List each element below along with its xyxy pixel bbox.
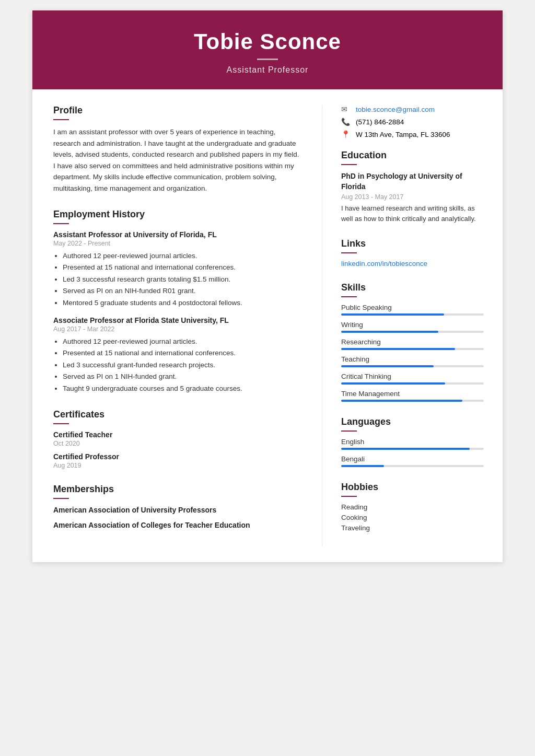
cert-name-1: Certified Professor [53, 452, 303, 461]
skill-bar-fill-4 [341, 382, 445, 385]
candidate-title: Assistant Professor [53, 65, 482, 75]
skill-name-5: Time Management [341, 390, 484, 398]
memberships-title: Memberships [53, 484, 303, 495]
employment-underline [53, 223, 69, 224]
education-title: Education [341, 150, 484, 161]
employment-section: Employment History Assistant Professor a… [53, 209, 303, 394]
skill-bar-fill-5 [341, 400, 462, 402]
cert-date-0: Oct 2020 [53, 440, 303, 447]
contact-address: 📍 W 13th Ave, Tampa, FL 33606 [341, 130, 484, 138]
education-underline [341, 164, 357, 165]
lang-bar-bg-1 [341, 465, 484, 467]
profile-text: I am an assistant professor with over 5 … [53, 126, 303, 194]
contact-phone: 📞 (571) 846-2884 [341, 118, 484, 126]
skill-bar-fill-2 [341, 348, 455, 350]
cert-item-0: Certified Teacher Oct 2020 [53, 431, 303, 447]
skills-underline [341, 296, 357, 297]
skill-item-1: Writing [341, 321, 484, 333]
skill-bar-fill-3 [341, 365, 434, 367]
links-underline [341, 252, 357, 253]
skill-name-3: Teaching [341, 355, 484, 363]
skill-name-4: Critical Thinking [341, 373, 484, 380]
language-name-1: Bengali [341, 455, 484, 463]
bullet: Mentored 5 graduate students and 4 postd… [63, 297, 303, 309]
hobby-item-2: Traveling [341, 524, 484, 532]
language-item-0: English [341, 438, 484, 450]
hobbies-list: ReadingCookingTraveling [341, 503, 484, 532]
education-date: Aug 2013 - May 2017 [341, 193, 484, 201]
cert-item-1: Certified Professor Aug 2019 [53, 452, 303, 469]
hobbies-title: Hobbies [341, 482, 484, 493]
skill-bar-bg-0 [341, 313, 484, 316]
job-bullets-0: Authored 12 peer-reviewed journal articl… [53, 250, 303, 309]
languages-title: Languages [341, 416, 484, 427]
memberships-section: Memberships American Association of Univ… [53, 484, 303, 531]
profile-title: Profile [53, 105, 303, 116]
links-section: Links linkedin.com/in/tobiesconce [341, 238, 484, 267]
skill-name-2: Researching [341, 338, 484, 346]
bullet: Led 3 successful research grants totalin… [63, 274, 303, 285]
skill-bar-bg-3 [341, 365, 484, 367]
profile-section: Profile I am an assistant professor with… [53, 105, 303, 194]
lang-bar-fill-0 [341, 448, 470, 450]
phone-icon: 📞 [341, 118, 352, 126]
job-item-1: Associate Professor at Florida State Uni… [53, 316, 303, 394]
lang-bar-bg-0 [341, 448, 484, 450]
job-bullets-1: Authored 12 peer-reviewed journal articl… [53, 336, 303, 394]
bullet: Authored 12 peer-reviewed journal articl… [63, 336, 303, 347]
skill-name-0: Public Speaking [341, 304, 484, 311]
education-desc: I have learned research and writing skil… [341, 203, 484, 224]
contact-section: ✉ tobie.sconce@gmail.com 📞 (571) 846-288… [341, 105, 484, 138]
linkedin-link[interactable]: linkedin.com/in/tobiesconce [341, 260, 484, 267]
links-title: Links [341, 238, 484, 249]
skill-name-1: Writing [341, 321, 484, 329]
skill-bar-bg-1 [341, 331, 484, 333]
language-name-0: English [341, 438, 484, 446]
skills-title: Skills [341, 282, 484, 293]
skill-item-2: Researching [341, 338, 484, 350]
skill-item-3: Teaching [341, 355, 484, 367]
education-degree: PhD in Psychology at University of Flori… [341, 171, 484, 192]
languages-section: Languages English Bengali [341, 416, 484, 467]
memberships-underline [53, 498, 69, 499]
bullet: Served as PI on 1 NIH-funded grant. [63, 371, 303, 382]
certificates-title: Certificates [53, 409, 303, 420]
profile-underline [53, 119, 69, 120]
phone-text: (571) 846-2884 [356, 118, 404, 126]
certificates-underline [53, 423, 69, 424]
job-date-0: May 2022 - Present [53, 240, 303, 247]
contact-email: ✉ tobie.sconce@gmail.com [341, 105, 484, 113]
header-divider [257, 59, 278, 60]
certificates-section: Certificates Certified Teacher Oct 2020 … [53, 409, 303, 469]
bullet: Taught 9 undergraduate courses and 5 gra… [63, 383, 303, 394]
address-text: W 13th Ave, Tampa, FL 33606 [356, 131, 450, 138]
hobby-item-1: Cooking [341, 514, 484, 521]
cert-date-1: Aug 2019 [53, 462, 303, 469]
skills-list: Public Speaking Writing Researching Teac… [341, 304, 484, 402]
email-link[interactable]: tobie.sconce@gmail.com [356, 106, 435, 113]
job-item-0: Assistant Professor at University of Flo… [53, 230, 303, 309]
candidate-name: Tobie Sconce [53, 29, 482, 54]
languages-underline [341, 431, 357, 432]
employment-title: Employment History [53, 209, 303, 220]
education-section: Education PhD in Psychology at Universit… [341, 150, 484, 224]
skill-bar-bg-4 [341, 382, 484, 385]
skill-bar-bg-5 [341, 400, 484, 402]
left-column: Profile I am an assistant professor with… [32, 105, 322, 546]
job-date-1: Aug 2017 - Mar 2022 [53, 325, 303, 333]
languages-list: English Bengali [341, 438, 484, 467]
resume-body: Profile I am an assistant professor with… [32, 89, 503, 562]
bullet: Presented at 15 national and internation… [63, 262, 303, 273]
skill-bar-bg-2 [341, 348, 484, 350]
location-icon: 📍 [341, 130, 352, 138]
bullet: Led 3 successful grant-funded research p… [63, 359, 303, 371]
skill-item-4: Critical Thinking [341, 373, 484, 385]
email-icon: ✉ [341, 105, 352, 113]
skill-bar-fill-0 [341, 313, 444, 316]
language-item-1: Bengali [341, 455, 484, 467]
bullet: Presented at 15 national and internation… [63, 347, 303, 359]
skill-bar-fill-1 [341, 331, 438, 333]
resume-header: Tobie Sconce Assistant Professor [32, 10, 503, 89]
skills-section: Skills Public Speaking Writing Researchi… [341, 282, 484, 402]
hobby-item-0: Reading [341, 503, 484, 511]
